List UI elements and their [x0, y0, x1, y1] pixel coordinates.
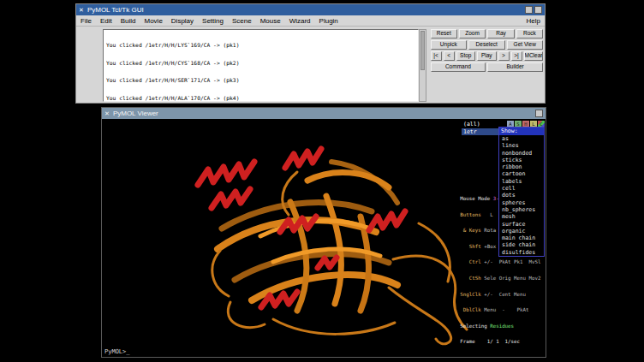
maximize-button[interactable]: [534, 6, 542, 14]
output-log[interactable]: You clicked /1etr/H/H/LYS`169/CA -> (pk1…: [103, 29, 419, 102]
menu-display[interactable]: Display: [167, 17, 198, 25]
maximize-button[interactable]: [535, 110, 543, 117]
mclear-button[interactable]: MClear: [524, 51, 543, 61]
viewer-window-title: PyMOL Viewer: [113, 110, 534, 117]
show-menu-item[interactable]: labels: [499, 178, 544, 185]
menubar: File Edit Build Movie Display Setting Sc…: [76, 15, 545, 27]
show-menu-item[interactable]: main chain: [499, 234, 544, 241]
window-menu-icon[interactable]: ✕: [104, 108, 110, 119]
mouse-matrix-row: CtSh Sele Orig Menu Mov2: [460, 276, 544, 281]
menu-plugin[interactable]: Plugin: [315, 17, 343, 25]
gui-titlebar[interactable]: ✕ PyMOL Tcl/Tk GUI: [76, 4, 545, 15]
menu-help[interactable]: Help: [522, 17, 545, 25]
rock-button[interactable]: Rock: [516, 29, 543, 39]
movie-forward-button[interactable]: >: [498, 51, 510, 61]
menu-edit[interactable]: Edit: [96, 17, 116, 25]
show-menu-item[interactable]: nb_spheres: [499, 206, 544, 213]
movie-play-button[interactable]: Play: [477, 51, 496, 61]
mouse-mode-label: Mouse Mode: [460, 196, 492, 201]
log-line: You clicked /1etr/H/H/SER`171/CA -> (pk3…: [106, 78, 415, 84]
show-menu-item[interactable]: nonbonded: [499, 150, 544, 157]
show-menu-item[interactable]: lines: [499, 142, 544, 149]
pymol-tcltk-window: ✕ PyMOL Tcl/Tk GUI File Edit Build Movie…: [75, 3, 546, 104]
movie-stop-button[interactable]: Stop: [456, 51, 475, 61]
unpick-button[interactable]: Unpick: [431, 40, 467, 50]
show-menu-item[interactable]: cell: [499, 185, 544, 192]
movie-last-button[interactable]: >|: [511, 51, 522, 61]
deselect-button[interactable]: Deselect: [468, 40, 504, 50]
menu-mouse[interactable]: Mouse: [256, 17, 285, 25]
mouse-matrix-row: Ctrl +/- PkAt Pk1 MvSl: [460, 259, 544, 264]
log-line: You clicked /1etr/H/H/CYS`168/CA -> (pk2…: [106, 61, 415, 67]
movie-first-button[interactable]: |<: [431, 51, 442, 61]
mouse-matrix-row: SnglClk +/- Cent Menu: [460, 292, 544, 297]
show-menu-item[interactable]: disulfides: [499, 249, 544, 256]
show-menu-item[interactable]: dots: [499, 192, 544, 199]
window-menu-icon[interactable]: ✕: [79, 4, 84, 15]
minimize-button[interactable]: [525, 6, 533, 14]
get-view-button[interactable]: Get View: [507, 40, 543, 50]
show-menu-item[interactable]: as: [499, 135, 544, 142]
movie-back-button[interactable]: <: [444, 51, 455, 61]
show-menu-item[interactable]: side chain: [499, 241, 544, 248]
show-menu-item[interactable]: spheres: [499, 199, 544, 206]
log-line: You clicked /1etr/H/H/ALA`170/CA -> (pk4…: [106, 96, 415, 102]
gui-window-title: PyMOL Tcl/Tk GUI: [87, 6, 523, 14]
ray-button[interactable]: Ray: [487, 29, 514, 39]
show-menu: Show: as lines nonbonded sticks ribbon c…: [498, 127, 545, 257]
show-menu-title: Show:: [499, 128, 544, 135]
selecting-mode[interactable]: Residues: [490, 323, 514, 329]
frame-counter: Frame 1/ 1 1/sec: [460, 339, 544, 344]
reset-button[interactable]: Reset: [431, 29, 457, 39]
menu-setting[interactable]: Setting: [198, 17, 228, 25]
log-scrollbar[interactable]: [419, 29, 426, 102]
show-menu-item[interactable]: cartoon: [499, 170, 544, 177]
mouse-matrix-row: DblClk Menu - PkAt: [460, 307, 544, 312]
menu-wizard[interactable]: Wizard: [285, 17, 315, 25]
show-menu-item[interactable]: sticks: [499, 157, 544, 163]
show-menu-item[interactable]: ribbon: [499, 163, 544, 170]
show-menu-item[interactable]: mesh: [499, 213, 544, 220]
show-menu-item[interactable]: surface: [499, 221, 544, 228]
gui-content: You clicked /1etr/H/H/LYS`169/CA -> (pk1…: [76, 27, 545, 104]
3d-viewport[interactable]: (all) A S H L C 1etr A S H L C Show: as …: [102, 119, 546, 357]
pymol-viewer-window: ✕ PyMOL Viewer: [101, 107, 546, 358]
menu-file[interactable]: File: [76, 17, 96, 25]
menu-scene[interactable]: Scene: [228, 17, 256, 25]
menu-movie[interactable]: Movie: [140, 17, 166, 25]
viewer-titlebar[interactable]: ✕ PyMOL Viewer: [102, 108, 546, 119]
builder-button[interactable]: Builder: [487, 62, 543, 72]
command-prompt[interactable]: PyMOL>_: [104, 348, 130, 355]
scrollbar-thumb[interactable]: [420, 31, 425, 70]
log-line: You clicked /1etr/H/H/LYS`169/CA -> (pk1…: [106, 43, 415, 49]
show-menu-item[interactable]: organic: [499, 228, 544, 234]
menu-build[interactable]: Build: [116, 17, 140, 25]
control-panel: Reset Zoom Ray Rock Unpick Deselect Get …: [431, 29, 543, 102]
selecting-label: Selecting: [460, 323, 490, 329]
command-button[interactable]: Command: [431, 62, 486, 72]
zoom-button[interactable]: Zoom: [459, 29, 486, 39]
